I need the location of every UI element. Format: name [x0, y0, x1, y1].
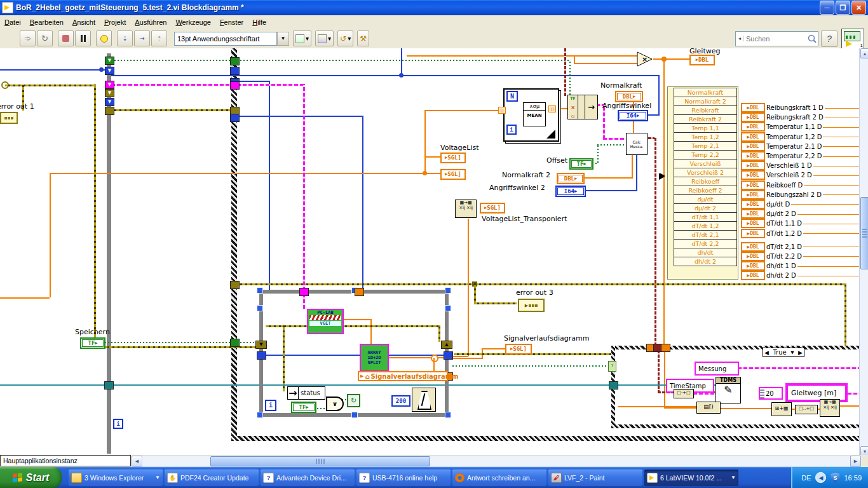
multiply-node[interactable]: × [637, 51, 653, 67]
selection-handle[interactable] [257, 287, 263, 294]
for-loop-count-terminal[interactable]: N [506, 91, 518, 102]
dbl-indicator-row[interactable]: ▶DBL Temperatur 2,2 D [741, 151, 859, 161]
while-loop-iteration-terminal[interactable]: i [265, 400, 276, 411]
outer-loop-iteration-terminal[interactable]: i [113, 419, 123, 429]
maximize-button[interactable]: ❐ [836, 1, 850, 15]
signalverlaufsdiagramm-indicator[interactable]: ▶SGL] [505, 344, 532, 355]
case-dropdown-arrow[interactable]: ▼ [790, 350, 794, 355]
dbl-indicator-row[interactable]: ▶DBL dh/dt 1 D [741, 261, 859, 271]
step-out-button[interactable]: ⇡ [151, 30, 167, 46]
unbundle-status-node[interactable]: → status [287, 386, 325, 400]
menu-werkzeuge[interactable]: Werkzeuge [171, 17, 215, 27]
shift-register[interactable]: ▼ [105, 57, 114, 65]
voltagelist-indicator[interactable]: ▶SGL] [440, 152, 466, 163]
vertical-scrollbar[interactable]: ▲ ▼ [859, 48, 868, 455]
highlight-execution-button[interactable] [96, 30, 112, 46]
menu-hilfe[interactable]: Hilfe [248, 17, 271, 27]
normalkraft2-control[interactable]: DBL▶ [557, 173, 585, 184]
selection-handle[interactable] [257, 305, 263, 311]
array-to-spreadsheet-icon[interactable]: ▤[) [696, 402, 721, 414]
distribute-objects-button[interactable]: ▾ [315, 30, 334, 46]
shift-register[interactable]: ▼ [105, 81, 114, 89]
normalkraft-control[interactable]: DBL▶ [615, 91, 643, 102]
selected-structure-bottom-border[interactable] [231, 436, 859, 441]
selection-handle[interactable] [445, 305, 451, 311]
tunnel[interactable] [230, 114, 240, 122]
shift-register[interactable]: ▼ [255, 341, 267, 349]
search-history-arrow[interactable]: ◂ [736, 36, 744, 41]
array-1d-2d-split-subvi[interactable]: ARRAY 1D+2D SPLIT [360, 344, 389, 372]
loop-condition-terminal[interactable]: ↻ [347, 394, 360, 407]
voltagelist-indicator-2[interactable]: ▶SGL] [440, 169, 466, 180]
tunnel[interactable] [105, 107, 114, 115]
dbl-indicator-row[interactable]: ▶DBL Reibungskraft 1 D [741, 103, 859, 112]
vertical-scroll-thumb[interactable] [860, 197, 868, 269]
task-advantech[interactable]: ? Advantech Device Dri... [261, 470, 355, 486]
dbl-indicator-row[interactable]: ▶DBL Temperatur 2,1 D [741, 142, 859, 151]
menu-ausfuehren[interactable]: Ausführen [130, 17, 171, 27]
horizontal-scrollbar[interactable] [142, 456, 851, 467]
task-windows-explorer[interactable]: 3 Windows Explorer ▼ [69, 470, 163, 486]
block-diagram[interactable]: ▼ ▼ ▼ ▼ ▼ i error out 1 N i ∧σµ MEAN [] … [0, 48, 859, 455]
clock[interactable]: 16:59 [844, 474, 862, 482]
pclab-vget-subvi[interactable]: PC-LAB VGET [307, 309, 344, 334]
application-instance-box[interactable]: Hauptapplikationsinstanz [0, 455, 131, 466]
menu-projekt[interactable]: Projekt [100, 17, 130, 27]
language-indicator[interactable]: DE [801, 474, 811, 482]
menu-bearbeiten[interactable]: Bearbeiten [25, 17, 68, 27]
search-input[interactable] [744, 35, 806, 43]
tunnel[interactable] [661, 344, 670, 352]
transpose-array-node[interactable]: ▦→▦×ij ×ij [455, 200, 477, 218]
or-gate[interactable]: ∨ [326, 396, 344, 411]
task-group-arrow[interactable]: ▼ [731, 475, 736, 480]
context-help-button[interactable]: ? [821, 30, 837, 47]
pause-button[interactable] [75, 30, 91, 46]
tunnel[interactable] [444, 351, 453, 360]
selection-handle[interactable] [445, 287, 451, 294]
concat-strings-node[interactable]: □·+□ [674, 389, 694, 398]
indicator-column[interactable]: ▶DBL Reibungskraft 1 D ▶DBL Reibungskraf… [741, 103, 859, 280]
reorder-button[interactable]: ↺▾ [337, 30, 353, 46]
tunnel[interactable] [257, 351, 266, 360]
tunnel[interactable] [230, 57, 240, 65]
tunnel[interactable] [230, 67, 240, 75]
scroll-right-button[interactable]: ▶ [850, 456, 861, 467]
measurement-name-list[interactable]: NormalkraftNormalkraft 2ReibkraftReibkra… [667, 86, 738, 280]
task-group-arrow[interactable]: ▼ [155, 475, 160, 480]
minimize-button[interactable]: ─ [820, 1, 834, 15]
vi-icon[interactable]: 1 [841, 29, 864, 49]
case-prev-arrow[interactable]: ◀ [764, 349, 769, 356]
tunnel[interactable] [355, 288, 364, 296]
dbl-indicator-row[interactable]: ▶DBL Reibungszahl 2 D [741, 190, 859, 200]
tunnel[interactable] [609, 381, 618, 390]
run-continuous-button[interactable]: ↻ [37, 30, 53, 46]
unbundle-cluster-node[interactable]: TF ✕ CJ → [567, 95, 598, 119]
for-loop-iteration-terminal[interactable]: i [506, 125, 517, 135]
task-paint[interactable]: 🖌 LVF_2 - Paint [548, 470, 642, 486]
search-box[interactable]: ◂ [735, 31, 818, 46]
signalverlaufsdiagramm-local-variable[interactable]: ▶⌂Signalverlaufsdiagramm [358, 371, 448, 381]
menu-ansicht[interactable]: Ansicht [68, 17, 100, 27]
shift-register[interactable]: ▲ [441, 341, 452, 349]
stop-tf-control[interactable]: TF▶ [291, 402, 316, 413]
dbl-indicator-row[interactable]: ▶DBL Reibungskraft 2 D [741, 112, 859, 122]
dbl-indicator-row[interactable]: ▶DBL dT/dt 1,2 D [741, 228, 859, 238]
case-question-tunnel[interactable]: ? [608, 361, 616, 372]
run-button[interactable]: ➾ [20, 30, 36, 46]
menu-fenster[interactable]: Fenster [215, 17, 248, 27]
font-selector[interactable]: 13pt Anwendungsschriftart ▼ [174, 32, 289, 46]
dbl-indicator-row[interactable]: ▶DBL dµ/dt 2 D [741, 209, 859, 219]
close-button[interactable]: ✕ [851, 1, 866, 15]
task-pdf24[interactable]: ✋ PDF24 Creator Update [165, 470, 259, 486]
scroll-up-button[interactable]: ▲ [860, 48, 868, 58]
angriffswinkel-control[interactable]: I64▶ [618, 110, 648, 121]
shift-register[interactable]: ▼ [105, 89, 114, 97]
dbl-indicator-row[interactable]: ▶DBL dT/dt 2,1 D [741, 242, 859, 252]
dbl-indicator-row[interactable]: ▶DBL Reibkoeff D [741, 180, 859, 190]
selection-handle[interactable] [257, 412, 263, 418]
tunnel[interactable] [104, 381, 114, 390]
dbl-indicator-row[interactable]: ▶DBL dT/dt 1,1 D [741, 219, 859, 228]
shift-register[interactable]: ▼ [105, 67, 114, 75]
step-into-button[interactable]: ⇣ [117, 30, 133, 46]
cleanup-diagram-button[interactable]: ⚒ [357, 30, 369, 46]
